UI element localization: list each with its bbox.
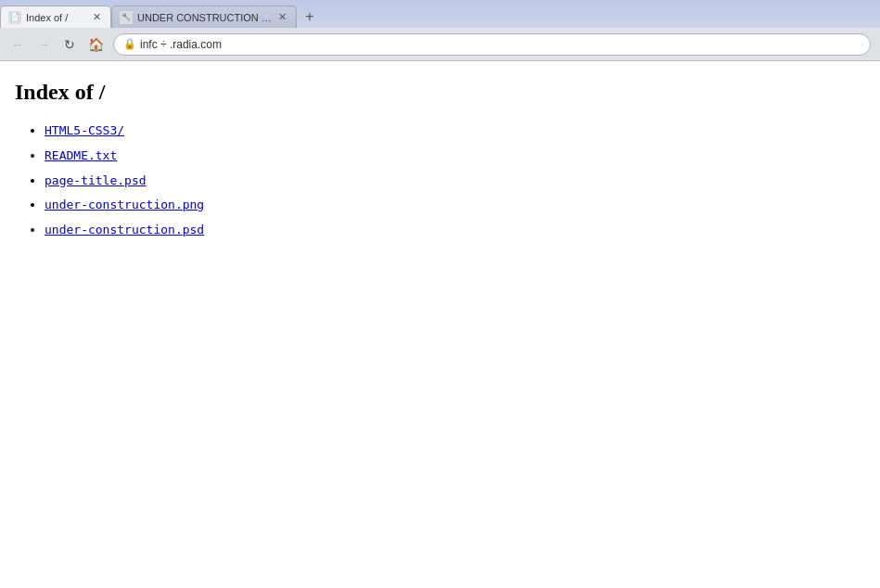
- page-title: Index of /: [15, 80, 865, 105]
- page-content: Index of / HTML5-CSS3/ README.txt page-t…: [0, 61, 880, 588]
- file-list: HTML5-CSS3/ README.txt page-title.psd un…: [15, 120, 865, 240]
- file-link-readme[interactable]: README.txt: [45, 148, 117, 162]
- address-bar[interactable]: 🔒 infc ÷ .radia.com: [113, 33, 871, 56]
- browser-chrome: 📄 Index of / ✕ 🔧 UNDER CONSTRUCTION PAG.…: [0, 0, 880, 61]
- file-link-html5-css3[interactable]: HTML5-CSS3/: [45, 123, 124, 137]
- list-item: page-title.psd: [45, 170, 865, 191]
- tab-label-1: Index of /: [26, 12, 86, 23]
- tab-label-2: UNDER CONSTRUCTION PAG...: [137, 12, 272, 23]
- tab-index-of[interactable]: 📄 Index of / ✕: [0, 6, 111, 28]
- list-item: HTML5-CSS3/: [45, 120, 865, 141]
- home-button[interactable]: 🏠: [83, 32, 108, 57]
- list-item: under-construction.psd: [45, 219, 865, 240]
- tab-close-2[interactable]: ✕: [275, 11, 288, 24]
- lock-icon: 🔒: [123, 38, 136, 50]
- tab-favicon-2: 🔧: [120, 11, 133, 24]
- nav-bar: ← → ↻ 🏠 🔒 infc ÷ .radia.com: [0, 28, 880, 61]
- file-link-uc-psd[interactable]: under-construction.psd: [45, 223, 204, 236]
- tab-favicon-1: 📄: [8, 11, 21, 24]
- reload-button[interactable]: ↻: [57, 32, 82, 57]
- list-item: under-construction.png: [45, 194, 865, 215]
- back-button[interactable]: ←: [6, 32, 30, 57]
- list-item: README.txt: [45, 145, 865, 166]
- file-link-uc-png[interactable]: under-construction.png: [45, 198, 204, 211]
- file-link-page-title-psd[interactable]: page-title.psd: [45, 173, 147, 187]
- tab-bar: 📄 Index of / ✕ 🔧 UNDER CONSTRUCTION PAG.…: [0, 0, 880, 28]
- forward-button[interactable]: →: [32, 32, 56, 57]
- address-bar-value: infc ÷ .radia.com: [140, 38, 222, 51]
- new-tab-button[interactable]: +: [299, 6, 321, 28]
- tab-close-1[interactable]: ✕: [90, 11, 103, 24]
- tab-under-construction[interactable]: 🔧 UNDER CONSTRUCTION PAG... ✕: [111, 6, 297, 28]
